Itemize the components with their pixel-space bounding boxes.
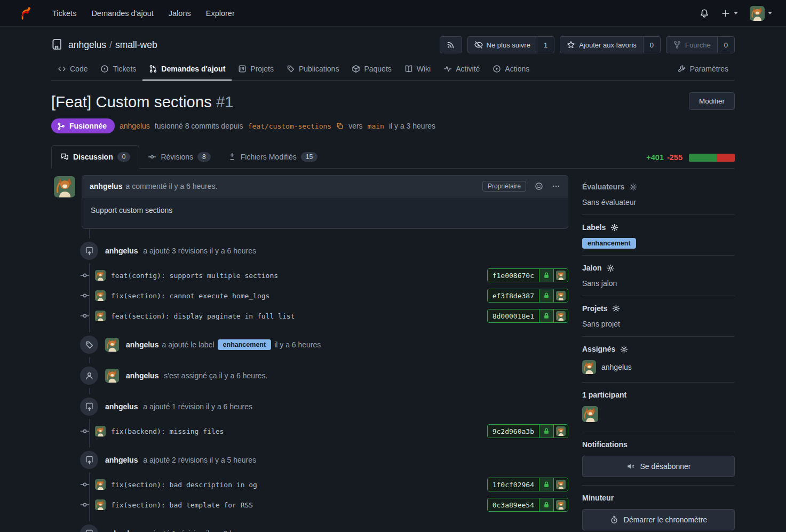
- tab-projects[interactable]: Projets: [232, 60, 280, 81]
- participant-avatar[interactable]: [582, 406, 598, 422]
- diff-ratio-bar: [689, 154, 735, 162]
- event-text: a ajouté le label: [162, 340, 214, 349]
- forgejo-logo[interactable]: [14, 6, 35, 20]
- commit-hash-badge[interactable]: 0c3a89ee54: [487, 498, 568, 512]
- target-branch-link[interactable]: main: [368, 122, 384, 130]
- tab-packages[interactable]: Paquets: [345, 60, 398, 81]
- sidebar-reviewers-section: Évaluateurs Sans évaluateur: [582, 181, 735, 215]
- event-text: a ajouté 3 révisions il y a 6 heures: [141, 247, 256, 255]
- merge-time: il y a 3 heures: [389, 122, 435, 130]
- source-branch-link[interactable]: feat/custom-sections: [248, 122, 332, 130]
- sidebar-assignees-section: Assignés anhgelus: [582, 337, 735, 383]
- commit-hash-badge[interactable]: f1e008670c: [487, 268, 568, 282]
- tab-files-changed[interactable]: Fichiers Modifiés 15: [219, 146, 326, 168]
- tab-activity[interactable]: Activité: [437, 60, 486, 81]
- merge-author-link[interactable]: anhgelus: [120, 122, 150, 130]
- commit-message-link[interactable]: fix(backend): missing files: [111, 427, 482, 435]
- event-author-avatar[interactable]: [105, 369, 119, 383]
- labels-gear-icon[interactable]: [610, 224, 618, 232]
- notifications-bell-icon[interactable]: [700, 9, 709, 18]
- commit-author-avatar[interactable]: [95, 426, 106, 436]
- event-time: il y a 6 heures: [274, 340, 321, 349]
- tab-releases[interactable]: Publications: [280, 60, 346, 81]
- repo-owner-link[interactable]: anhgelus: [68, 39, 106, 50]
- event-author-link[interactable]: anhgelus: [105, 402, 138, 411]
- user-menu[interactable]: [750, 6, 772, 21]
- commit-message-link[interactable]: fix(section): bad description in og: [111, 481, 482, 489]
- add-reaction-icon[interactable]: [535, 182, 543, 190]
- commit-hash-badge[interactable]: ef3f8de387: [487, 289, 568, 303]
- copy-branch-icon[interactable]: [336, 122, 344, 130]
- event-author-link[interactable]: anhgelus: [126, 371, 158, 380]
- assignee-user[interactable]: anhgelus: [582, 360, 735, 374]
- commit-author-avatar[interactable]: [95, 311, 106, 321]
- commit-hash[interactable]: 1f0cf02964: [488, 478, 539, 491]
- commit-hash[interactable]: f1e008670c: [488, 269, 539, 282]
- tab-code[interactable]: Code: [51, 60, 94, 81]
- create-new-dropdown[interactable]: [721, 9, 738, 18]
- commit-hash-badge[interactable]: 9c2d960a3b: [487, 424, 568, 438]
- stars-count[interactable]: 0: [643, 37, 660, 53]
- comment-menu-icon[interactable]: [552, 182, 560, 190]
- label-enhancement[interactable]: enhancement: [218, 339, 272, 350]
- forks-count[interactable]: 0: [717, 37, 734, 53]
- unwatch-button[interactable]: Ne plus suivre 1: [467, 36, 555, 53]
- signer-avatar-segment: [553, 498, 568, 511]
- commit-row: fix(section): cannot execute home_logs e…: [85, 289, 568, 303]
- commit-hash[interactable]: 9c2d960a3b: [488, 425, 539, 438]
- tab-commits[interactable]: Révisions 8: [139, 146, 219, 168]
- commit-hash[interactable]: 8d000018e1: [488, 309, 539, 322]
- commit-hash-badge[interactable]: 1f0cf02964: [487, 478, 568, 491]
- tab-issues[interactable]: Tickets: [94, 60, 142, 81]
- commit-author-avatar[interactable]: [95, 479, 106, 490]
- tab-wiki[interactable]: Wiki: [398, 60, 437, 81]
- fork-button[interactable]: Fourche 0: [666, 36, 735, 53]
- unsubscribe-button[interactable]: Se désabonner: [582, 456, 735, 477]
- commit-message-link[interactable]: fix(section): bad template for RSS: [111, 501, 482, 509]
- commit-hash[interactable]: 0c3a89ee54: [488, 498, 539, 511]
- star-icon: [567, 41, 575, 49]
- commit-author-avatar[interactable]: [95, 290, 106, 301]
- repo-name-link[interactable]: small-web: [115, 39, 157, 50]
- commit-message-link[interactable]: feat(config): supports multiple sections: [111, 272, 482, 280]
- nav-explore[interactable]: Explorer: [199, 5, 242, 22]
- label-enhancement[interactable]: enhancement: [582, 238, 636, 249]
- tab-pull-requests[interactable]: Demandes d'ajout: [142, 60, 232, 81]
- milestone-gear-icon[interactable]: [607, 264, 615, 272]
- commit-author-avatar[interactable]: [95, 270, 106, 281]
- user-avatar[interactable]: [750, 6, 765, 21]
- nav-tickets[interactable]: Tickets: [45, 5, 84, 22]
- star-button[interactable]: Ajouter aux favoris 0: [560, 36, 661, 53]
- repo-push-icon: [80, 451, 98, 469]
- start-timer-button[interactable]: Démarrer le chronomètre: [582, 509, 735, 530]
- event-author-link[interactable]: anhgelus: [105, 456, 138, 464]
- reviewers-gear-icon[interactable]: [629, 183, 637, 191]
- tab-settings[interactable]: Paramètres: [671, 60, 735, 81]
- comment-author-link[interactable]: anhgelus: [90, 182, 122, 190]
- tab-actions[interactable]: Actions: [486, 60, 536, 81]
- signed-commit-lock-icon: [539, 425, 553, 438]
- commit-message-link[interactable]: feat(section): display paginate in full …: [111, 312, 482, 320]
- commit-author-avatar[interactable]: [95, 499, 106, 510]
- nav-pull-requests[interactable]: Demandes d'ajout: [84, 5, 161, 22]
- watchers-count[interactable]: 1: [537, 37, 554, 53]
- stopwatch-icon: [610, 515, 618, 524]
- edit-title-button[interactable]: Modifier: [689, 92, 735, 110]
- event-author-link[interactable]: anhgelus: [126, 340, 158, 349]
- assignees-gear-icon[interactable]: [620, 345, 628, 353]
- commit-hash-badge[interactable]: 8d000018e1: [487, 309, 568, 323]
- repo-tab-bar: Code Tickets Demandes d'ajout Projets Pu…: [51, 60, 735, 81]
- rss-button[interactable]: [440, 36, 462, 53]
- event-author-avatar[interactable]: [105, 338, 119, 352]
- event-author-link[interactable]: anhgelus: [105, 247, 138, 255]
- person-icon: [80, 367, 98, 385]
- commit-hash[interactable]: ef3f8de387: [488, 289, 539, 302]
- assignee-avatar: [582, 360, 596, 374]
- event-author-link[interactable]: anhgelus: [105, 529, 138, 532]
- projects-gear-icon[interactable]: [612, 305, 620, 313]
- merge-into-text: vers: [348, 122, 362, 130]
- commit-message-link[interactable]: fix(section): cannot execute home_logs: [111, 292, 482, 300]
- nav-milestones[interactable]: Jalons: [161, 5, 199, 22]
- tab-discussion[interactable]: Discussion 0: [51, 145, 139, 169]
- comment-author-avatar[interactable]: [54, 176, 75, 197]
